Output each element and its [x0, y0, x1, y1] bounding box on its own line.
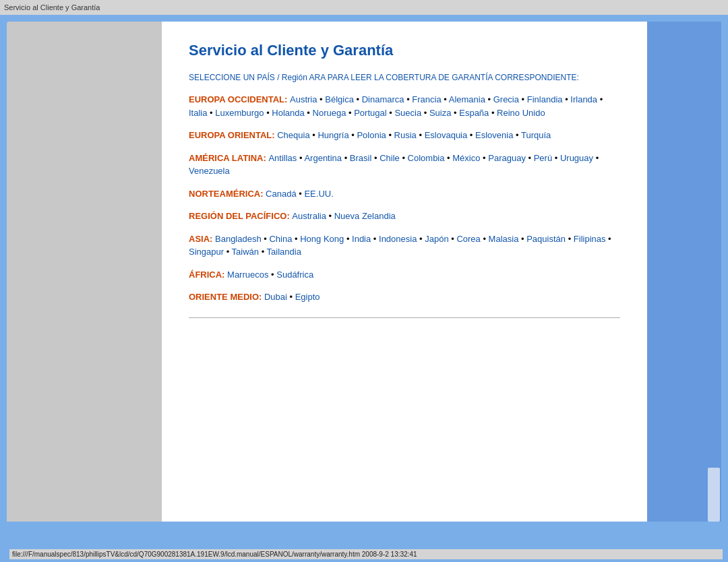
link-francia[interactable]: Francia	[412, 94, 441, 104]
link-antillas[interactable]: Antillas	[268, 153, 297, 163]
link-paraguay[interactable]: Paraguay	[488, 153, 526, 163]
link-indonesia[interactable]: Indonesia	[379, 234, 417, 244]
regions-container: EUROPA OCCIDENTAL: Austria • Bélgica • D…	[189, 93, 620, 304]
link-eslovaquia[interactable]: Eslovaquia	[425, 130, 468, 140]
link-espaa[interactable]: España	[459, 108, 489, 118]
link-reino-unido[interactable]: Reino Unido	[497, 108, 545, 118]
region-name-america-latina: AMÉRICA LATINA:	[189, 153, 268, 163]
title-bar-text: Servicio al Cliente y Garantía	[4, 3, 100, 11]
link-luxemburgo[interactable]: Luxemburgo	[215, 108, 264, 118]
region-america-latina: AMÉRICA LATINA: Antillas • Argentina • B…	[189, 152, 620, 178]
region-name-norteamerica: NORTEAMÉRICA:	[189, 189, 266, 199]
region-pacifico: REGIÓN DEL PACÍFICO: Australia • Nueva Z…	[189, 210, 620, 223]
title-bar: Servicio al Cliente y Garantía	[0, 0, 728, 15]
main-layout: Servicio al Cliente y Garantía SELECCION…	[0, 15, 728, 522]
link-tailandia[interactable]: Tailandia	[267, 247, 301, 257]
link-blgica[interactable]: Bélgica	[325, 94, 354, 104]
link-portugal[interactable]: Portugal	[354, 108, 386, 118]
link-nueva-zelandia[interactable]: Nueva Zelandia	[334, 211, 396, 221]
link-colombia[interactable]: Colombia	[408, 153, 445, 163]
link-corea[interactable]: Corea	[456, 234, 480, 244]
section-subtitle: SELECCIONE UN PAÍS / Región ARA PARA LEE…	[189, 73, 620, 82]
link-suecia[interactable]: Suecia	[394, 108, 421, 118]
link-holanda[interactable]: Holanda	[272, 108, 304, 118]
link-dubai[interactable]: Dubai	[264, 292, 287, 302]
link-hong-kong[interactable]: Hong Kong	[300, 234, 344, 244]
link-china[interactable]: China	[269, 234, 292, 244]
region-norteamerica: NORTEAMÉRICA: Canadá • EE.UU.	[189, 187, 620, 201]
link-chile[interactable]: Chile	[380, 153, 400, 163]
status-bar: file:///F/manualspec/813/phillipsTV&lcd/…	[9, 549, 723, 559]
link-grecia[interactable]: Grecia	[493, 94, 519, 104]
bottom-bar: file:///F/manualspec/813/phillipsTV&lcd/…	[0, 522, 728, 562]
link-paquistn[interactable]: Paquistán	[526, 234, 566, 244]
link-irlanda[interactable]: Irlanda	[570, 94, 597, 104]
left-sidebar	[7, 22, 162, 522]
right-sidebar	[647, 22, 721, 522]
link-rusia[interactable]: Rusia	[394, 130, 417, 140]
page-title: Servicio al Cliente y Garantía	[189, 42, 620, 59]
link-egipto[interactable]: Egipto	[295, 292, 320, 302]
scrollbar-thumb[interactable]	[708, 468, 720, 522]
link-sudfrica[interactable]: Sudáfrica	[276, 270, 313, 280]
bottom-spacer	[189, 332, 620, 412]
link-eeuu[interactable]: EE.UU.	[304, 189, 333, 199]
link-hungra[interactable]: Hungría	[317, 130, 348, 140]
link-india[interactable]: India	[352, 234, 371, 244]
link-uruguay[interactable]: Uruguay	[560, 153, 593, 163]
link-brasil[interactable]: Brasil	[350, 153, 372, 163]
region-name-europa-oriental: EUROPA ORIENTAL:	[189, 130, 277, 140]
link-eslovenia[interactable]: Eslovenia	[475, 130, 513, 140]
link-dinamarca[interactable]: Dinamarca	[362, 94, 404, 104]
link-filipinas[interactable]: Filipinas	[574, 234, 606, 244]
link-malasia[interactable]: Malasia	[489, 234, 519, 244]
link-polonia[interactable]: Polonia	[357, 130, 386, 140]
link-chequia[interactable]: Chequia	[277, 130, 309, 140]
region-name-africa: ÁFRICA:	[189, 270, 227, 280]
link-singapur[interactable]: Singapur	[189, 247, 224, 257]
link-finlandia[interactable]: Finlandia	[527, 94, 563, 104]
browser-chrome: Servicio al Cliente y Garantía SELECCION…	[0, 15, 728, 562]
separator	[189, 317, 620, 318]
link-austria[interactable]: Austria	[290, 94, 317, 104]
link-japn[interactable]: Japón	[425, 234, 448, 244]
region-europa-occidental: EUROPA OCCIDENTAL: Austria • Bélgica • D…	[189, 93, 620, 119]
link-suiza[interactable]: Suiza	[429, 108, 452, 118]
link-noruega[interactable]: Noruega	[313, 108, 346, 118]
region-name-oriente-medio: ORIENTE MEDIO:	[189, 292, 264, 302]
link-australia[interactable]: Australia	[292, 211, 326, 221]
region-name-pacifico: REGIÓN DEL PACÍFICO:	[189, 211, 292, 221]
content-area: Servicio al Cliente y Garantía SELECCION…	[162, 22, 647, 522]
link-bangladesh[interactable]: Bangladesh	[215, 234, 262, 244]
link-marruecos[interactable]: Marruecos	[227, 270, 268, 280]
region-asia: ASIA: Bangladesh • China • Hong Kong • I…	[189, 232, 620, 259]
link-argentina[interactable]: Argentina	[304, 153, 342, 163]
link-taiwn[interactable]: Taiwán	[232, 247, 259, 257]
link-canad[interactable]: Canadá	[266, 189, 297, 199]
region-name-asia: ASIA:	[189, 234, 215, 244]
link-mxico[interactable]: México	[452, 153, 480, 163]
link-per[interactable]: Perú	[534, 153, 552, 163]
region-africa: ÁFRICA: Marruecos • Sudáfrica	[189, 268, 620, 282]
region-name-europa-occidental: EUROPA OCCIDENTAL:	[189, 94, 290, 104]
right-sidebar-top	[647, 22, 721, 465]
region-oriente-medio: ORIENTE MEDIO: Dubai • Egipto	[189, 290, 620, 304]
link-turqua[interactable]: Turquía	[521, 130, 551, 140]
link-alemania[interactable]: Alemania	[449, 94, 485, 104]
link-venezuela[interactable]: Venezuela	[189, 166, 230, 176]
region-europa-oriental: EUROPA ORIENTAL: Chequia • Hungría • Pol…	[189, 129, 620, 142]
link-italia[interactable]: Italia	[189, 108, 207, 118]
